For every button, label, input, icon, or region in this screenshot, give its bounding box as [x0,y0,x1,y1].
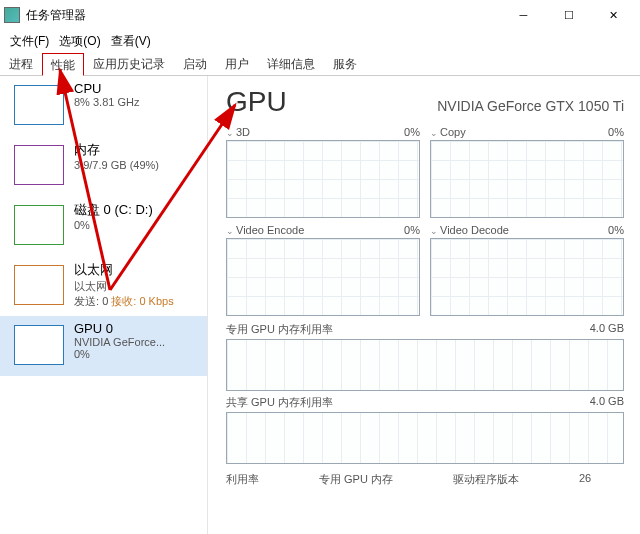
window-title: 任务管理器 [26,7,501,24]
tab-bar: 进程 性能 应用历史记录 启动 用户 详细信息 服务 [0,52,640,76]
shared-mem-max: 4.0 GB [590,395,624,410]
sidebar-item-ethernet[interactable]: 以太网 以太网 发送: 0 接收: 0 Kbps [0,256,207,316]
title-bar: 任务管理器 ─ ☐ ✕ [0,0,640,30]
graph-3d-label[interactable]: ⌄3D [226,126,250,138]
dedicated-mem-label: 专用 GPU 内存利用率 [226,322,333,337]
disk-thumb [14,205,64,245]
driver-value: 26 [579,472,591,487]
dedicated-mem-max: 4.0 GB [590,322,624,337]
gpu-device-name: NVIDIA GeForce GTX 1050 Ti [437,98,624,114]
close-button[interactable]: ✕ [591,0,636,30]
tab-history[interactable]: 应用历史记录 [84,52,174,75]
graph-encode-pct: 0% [404,224,420,236]
chevron-down-icon: ⌄ [430,128,438,138]
memory-thumb [14,145,64,185]
graph-encode-label[interactable]: ⌄Video Encode [226,224,304,236]
graph-copy-pct: 0% [608,126,624,138]
shared-mem-label: 共享 GPU 内存利用率 [226,395,333,410]
sidebar: CPU 8% 3.81 GHz 内存 3.9/7.9 GB (49%) 磁盘 0… [0,76,208,534]
chevron-down-icon: ⌄ [226,226,234,236]
memory-sub: 3.9/7.9 GB (49%) [74,159,197,171]
sidebar-item-gpu[interactable]: GPU 0 NVIDIA GeForce... 0% [0,316,207,376]
driver-label: 驱动程序版本 [453,472,519,487]
dedmem-label: 专用 GPU 内存 [319,472,393,487]
graph-copy-label[interactable]: ⌄Copy [430,126,466,138]
menu-view[interactable]: 查看(V) [107,31,155,52]
menu-options[interactable]: 选项(O) [55,31,104,52]
menu-bar: 文件(F) 选项(O) 查看(V) [0,30,640,52]
gpu-device: NVIDIA GeForce... [74,336,197,348]
disk-sub: 0% [74,219,197,231]
menu-file[interactable]: 文件(F) [6,31,53,52]
tab-details[interactable]: 详细信息 [258,52,324,75]
gpu-pct: 0% [74,348,197,360]
cpu-sub: 8% 3.81 GHz [74,96,197,108]
sidebar-item-disk[interactable]: 磁盘 0 (C: D:) 0% [0,196,207,256]
graph-encode [226,238,420,316]
task-manager-icon [4,7,20,23]
graph-decode-label[interactable]: ⌄Video Decode [430,224,509,236]
sidebar-item-memory[interactable]: 内存 3.9/7.9 GB (49%) [0,136,207,196]
graph-decode [430,238,624,316]
ethernet-throughput: 发送: 0 接收: 0 Kbps [74,294,197,309]
page-title: GPU [226,86,287,118]
graph-3d-pct: 0% [404,126,420,138]
graph-copy [430,140,624,218]
graph-decode-pct: 0% [608,224,624,236]
chevron-down-icon: ⌄ [430,226,438,236]
cpu-title: CPU [74,81,197,96]
gpu-title: GPU 0 [74,321,197,336]
util-label: 利用率 [226,472,259,487]
graph-3d [226,140,420,218]
main-panel: GPU NVIDIA GeForce GTX 1050 Ti ⌄3D 0% ⌄C… [208,76,640,534]
ethernet-sub1: 以太网 [74,279,197,294]
tab-performance[interactable]: 性能 [42,53,84,76]
graph-dedicated-mem [226,339,624,391]
chevron-down-icon: ⌄ [226,128,234,138]
tab-users[interactable]: 用户 [216,52,258,75]
ethernet-thumb [14,265,64,305]
disk-title: 磁盘 0 (C: D:) [74,201,197,219]
graph-shared-mem [226,412,624,464]
maximize-button[interactable]: ☐ [546,0,591,30]
sidebar-item-cpu[interactable]: CPU 8% 3.81 GHz [0,76,207,136]
gpu-thumb [14,325,64,365]
memory-title: 内存 [74,141,197,159]
tab-processes[interactable]: 进程 [0,52,42,75]
ethernet-title: 以太网 [74,261,197,279]
tab-startup[interactable]: 启动 [174,52,216,75]
cpu-thumb [14,85,64,125]
minimize-button[interactable]: ─ [501,0,546,30]
tab-services[interactable]: 服务 [324,52,366,75]
